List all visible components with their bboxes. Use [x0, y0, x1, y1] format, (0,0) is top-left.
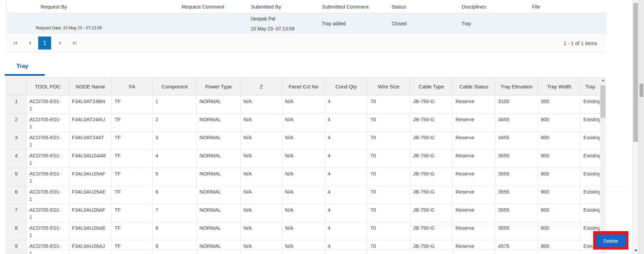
grid-scrollbar-thumb[interactable] — [600, 85, 605, 118]
request-table-row[interactable]: Request Date: 10 May 23 - 07:13:09 Deepa… — [6, 13, 607, 34]
grid-next-row-top-border — [6, 250, 600, 250]
browser-vertical-scrollbar — [639, 0, 644, 254]
pager-first-page-button[interactable] — [10, 38, 20, 48]
grid-cell: JB-750-G — [410, 132, 453, 150]
disciplines-value: Tray — [460, 13, 530, 34]
tab-active-underline — [5, 74, 45, 76]
grid-cell: 70 — [368, 114, 410, 132]
grid-cell: F34L0AU24AR — [69, 150, 112, 168]
grid-cell: N/A — [241, 96, 282, 114]
grid-cell: JB-750-G — [410, 240, 453, 254]
grid-cell: 4 — [325, 132, 368, 150]
grid-scroll-up-button[interactable] — [600, 77, 606, 83]
grid-row-number: 6 — [6, 186, 27, 204]
submitted-by-value: Deepak Pal 10 May 23- 07:13:09 — [251, 13, 320, 34]
grid-row-number-header — [6, 77, 27, 96]
grid-cell: 3 — [153, 132, 197, 150]
request-summary-table: Request By Request Comment Submitted By … — [6, 0, 607, 34]
delete-button-highlight: Delete — [593, 231, 628, 250]
grid-cell: NORMAL — [197, 114, 241, 132]
grid-cell: 8 — [153, 222, 197, 240]
pager: 1 1 - 1 of 1 items — [6, 34, 607, 53]
browser-scrollbar-thumb[interactable] — [640, 84, 643, 97]
grid-cell: 3555 — [495, 150, 538, 168]
grid-col-header-tray-width: Tray Width — [538, 77, 581, 96]
grid-cell: N/A — [282, 240, 325, 254]
grid-cell: 3555 — [495, 222, 538, 240]
grid-next-row-number-cell-sliver — [6, 250, 26, 254]
grid-col-header-power-type: Power Type — [197, 77, 241, 96]
grid-cell: ACD705-E01-1 — [27, 240, 69, 254]
grid-row[interactable]: 4ACD705-E01-1F34L0AU24ARTF4NORMALN/AN/A4… — [6, 150, 600, 168]
grid-cell: Existing — [581, 96, 600, 114]
app-screen: Request By Request Comment Submitted By … — [0, 0, 644, 254]
grid-cell: ACD705-E01-1 — [27, 204, 69, 222]
grid-cell: JB-750-G — [410, 150, 453, 168]
grid-col-header-tray-elevation: Tray Elevation — [495, 77, 538, 96]
grid-cell: 4 — [325, 240, 368, 254]
file-value — [530, 13, 607, 34]
grid-cell: 70 — [368, 132, 410, 150]
grid-cell: 3455 — [495, 132, 538, 150]
grid-cell: F34L0AU26AE — [69, 222, 112, 240]
grid-cell: 300 — [538, 96, 581, 114]
grid-cell: F34L0AT24AT — [69, 132, 112, 150]
grid-cell: NORMAL — [197, 150, 241, 168]
grid-cell: N/A — [241, 240, 282, 254]
grid-cell: Existing — [581, 150, 600, 168]
grid-row-number: 4 — [6, 150, 27, 168]
grid-cell: 900 — [538, 114, 581, 132]
grid-cell: JB-750-G — [410, 186, 453, 204]
grid-row[interactable]: 2ACD705-E01-1F34L0AT24AUTF2NORMALN/AN/A4… — [6, 114, 600, 132]
grid-cell: 900 — [538, 186, 581, 204]
grid-vertical-scrollbar — [600, 77, 606, 254]
grid-cell: N/A — [282, 168, 325, 186]
grid-cell: TF — [112, 168, 153, 186]
grid-cell: N/A — [241, 186, 282, 204]
grid-cell: 4 — [325, 204, 368, 222]
grid-row[interactable]: 8ACD705-E01-1F34L0AU26AETF8NORMALN/AN/A4… — [6, 222, 600, 240]
grid-cell: Reserve — [453, 186, 495, 204]
pager-current-page[interactable]: 1 — [38, 37, 51, 50]
grid-row[interactable]: 5ACD705-E01-1F34L0AU25AFTF5NORMALN/AN/A4… — [6, 168, 600, 186]
grid-cell: 70 — [368, 240, 410, 254]
grid-cell: 5 — [153, 168, 197, 186]
grid-cell: 4 — [325, 186, 368, 204]
grid-cell: Reserve — [453, 132, 495, 150]
grid-cell: F34L0AT24BN — [69, 96, 112, 114]
tray-grid: TOOL POCNODE NameFAComponentPower TypeZP… — [6, 77, 600, 254]
pager-previous-page-button[interactable] — [25, 38, 35, 48]
grid-cell: 7 — [153, 204, 197, 222]
pager-last-page-button[interactable] — [70, 38, 80, 48]
grid-cell: 70 — [368, 168, 410, 186]
grid-row[interactable]: 7ACD705-E01-1F34L0AU26AFTF7NORMALN/AN/A4… — [6, 204, 600, 222]
grid-row[interactable]: 9ACD705-E01-1F34L0AU26AJTF9NORMALN/AN/A4… — [6, 240, 600, 254]
first-page-icon — [14, 41, 14, 45]
grid-cell: N/A — [282, 186, 325, 204]
grid-row-number: 1 — [6, 96, 27, 114]
grid-col-header-wire-size: Wire Size — [368, 77, 410, 96]
delete-button[interactable]: Delete — [596, 235, 626, 247]
grid-cell: NORMAL — [197, 96, 241, 114]
grid-row[interactable]: 6ACD705-E01-1F34L0AU25AETF6NORMALN/AN/A4… — [6, 186, 600, 204]
grid-cell: TF — [112, 132, 153, 150]
grid-cell: 70 — [368, 204, 410, 222]
grid-cell: 900 — [538, 204, 581, 222]
submitted-comment-value: Tray added — [320, 13, 390, 34]
grid-row[interactable]: 3ACD705-E01-1F34L0AT24ATTF3NORMALN/AN/A4… — [6, 132, 600, 150]
grid-cell: 3555 — [495, 168, 538, 186]
grid-cell: 4 — [325, 168, 368, 186]
tab-tray[interactable]: Tray — [16, 63, 28, 70]
grid-row[interactable]: 1ACD705-E01-1F34L0AT24BNTF1NORMALN/AN/A4… — [6, 96, 600, 114]
grid-cell: F34L0AT24AU — [69, 114, 112, 132]
grid-cell: ACD705-E01-1 — [27, 114, 69, 132]
grid-cell: N/A — [241, 150, 282, 168]
grid-col-header-fa: FA — [112, 77, 153, 96]
pager-next-page-button[interactable] — [55, 38, 65, 48]
disciplines-header: Disciplines — [460, 0, 530, 13]
grid-col-header-cable-type: Cable Type — [410, 77, 453, 96]
panel-scrollbar-thumb[interactable] — [633, 3, 638, 142]
panel-scroll-down-button[interactable] — [633, 248, 639, 253]
grid-cell: NORMAL — [197, 186, 241, 204]
grid-cell: N/A — [282, 150, 325, 168]
